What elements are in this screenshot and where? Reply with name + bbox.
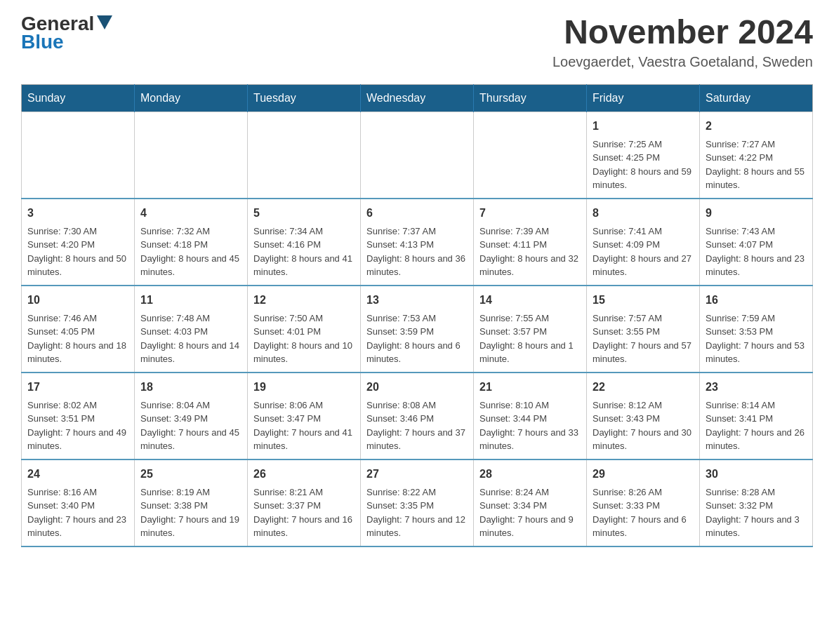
calendar-cell <box>248 112 361 199</box>
calendar-cell: 1Sunrise: 7:25 AMSunset: 4:25 PMDaylight… <box>587 112 700 199</box>
calendar-cell: 22Sunrise: 8:12 AMSunset: 3:43 PMDayligh… <box>587 373 700 459</box>
day-info: Sunrise: 8:14 AMSunset: 3:41 PMDaylight:… <box>706 398 807 453</box>
day-info: Sunrise: 7:55 AMSunset: 3:57 PMDaylight:… <box>479 311 581 366</box>
day-number: 17 <box>27 379 128 396</box>
day-info: Sunrise: 7:57 AMSunset: 3:55 PMDaylight:… <box>593 311 694 366</box>
weekday-header-saturday: Saturday <box>700 84 813 112</box>
day-info: Sunrise: 7:34 AMSunset: 4:16 PMDaylight:… <box>253 224 355 279</box>
logo-blue-text: Blue <box>21 31 64 53</box>
calendar-cell: 6Sunrise: 7:37 AMSunset: 4:13 PMDaylight… <box>361 199 474 286</box>
day-info: Sunrise: 8:08 AMSunset: 3:46 PMDaylight:… <box>366 398 468 453</box>
day-number: 6 <box>366 205 468 222</box>
day-info: Sunrise: 8:26 AMSunset: 3:33 PMDaylight:… <box>593 485 694 540</box>
calendar-cell <box>474 112 587 199</box>
title-section: November 2024 Loevgaerdet, Vaestra Goeta… <box>552 14 813 70</box>
day-number: 3 <box>27 205 128 222</box>
day-info: Sunrise: 7:43 AMSunset: 4:07 PMDaylight:… <box>706 224 807 279</box>
weekday-header-sunday: Sunday <box>22 84 135 112</box>
week-row-4: 17Sunrise: 8:02 AMSunset: 3:51 PMDayligh… <box>22 373 813 459</box>
day-number: 1 <box>593 118 694 135</box>
week-row-2: 3Sunrise: 7:30 AMSunset: 4:20 PMDaylight… <box>22 199 813 286</box>
day-info: Sunrise: 7:50 AMSunset: 4:01 PMDaylight:… <box>253 311 355 366</box>
day-info: Sunrise: 7:37 AMSunset: 4:13 PMDaylight:… <box>366 224 468 279</box>
calendar-cell: 7Sunrise: 7:39 AMSunset: 4:11 PMDaylight… <box>474 199 587 286</box>
day-info: Sunrise: 8:21 AMSunset: 3:37 PMDaylight:… <box>253 485 355 540</box>
day-info: Sunrise: 8:12 AMSunset: 3:43 PMDaylight:… <box>593 398 694 453</box>
day-number: 28 <box>479 466 581 483</box>
calendar-table: SundayMondayTuesdayWednesdayThursdayFrid… <box>21 84 813 547</box>
day-info: Sunrise: 7:27 AMSunset: 4:22 PMDaylight:… <box>706 137 807 192</box>
day-number: 18 <box>140 379 241 396</box>
weekday-header-row: SundayMondayTuesdayWednesdayThursdayFrid… <box>22 84 813 112</box>
calendar-cell <box>22 112 135 199</box>
day-number: 8 <box>593 205 694 222</box>
day-info: Sunrise: 7:25 AMSunset: 4:25 PMDaylight:… <box>593 137 694 192</box>
day-number: 20 <box>366 379 468 396</box>
calendar-cell: 8Sunrise: 7:41 AMSunset: 4:09 PMDaylight… <box>587 199 700 286</box>
calendar-cell: 30Sunrise: 8:28 AMSunset: 3:32 PMDayligh… <box>700 459 813 546</box>
weekday-header-thursday: Thursday <box>474 84 587 112</box>
day-number: 14 <box>479 292 581 309</box>
calendar-cell: 3Sunrise: 7:30 AMSunset: 4:20 PMDaylight… <box>22 199 135 286</box>
day-number: 4 <box>140 205 241 222</box>
day-info: Sunrise: 7:41 AMSunset: 4:09 PMDaylight:… <box>593 224 694 279</box>
calendar-cell: 21Sunrise: 8:10 AMSunset: 3:44 PMDayligh… <box>474 373 587 459</box>
calendar-cell <box>361 112 474 199</box>
day-number: 9 <box>706 205 807 222</box>
calendar-cell: 23Sunrise: 8:14 AMSunset: 3:41 PMDayligh… <box>700 373 813 459</box>
day-number: 24 <box>27 466 128 483</box>
calendar-cell: 27Sunrise: 8:22 AMSunset: 3:35 PMDayligh… <box>361 459 474 546</box>
calendar-cell: 29Sunrise: 8:26 AMSunset: 3:33 PMDayligh… <box>587 459 700 546</box>
svg-marker-0 <box>97 15 112 29</box>
day-info: Sunrise: 8:22 AMSunset: 3:35 PMDaylight:… <box>366 485 468 540</box>
calendar-cell: 18Sunrise: 8:04 AMSunset: 3:49 PMDayligh… <box>135 373 248 459</box>
day-info: Sunrise: 7:59 AMSunset: 3:53 PMDaylight:… <box>706 311 807 366</box>
logo: General Blue <box>21 14 112 53</box>
day-number: 16 <box>706 292 807 309</box>
day-number: 10 <box>27 292 128 309</box>
day-number: 11 <box>140 292 241 309</box>
day-info: Sunrise: 8:06 AMSunset: 3:47 PMDaylight:… <box>253 398 355 453</box>
calendar-cell: 4Sunrise: 7:32 AMSunset: 4:18 PMDaylight… <box>135 199 248 286</box>
day-number: 23 <box>706 379 807 396</box>
weekday-header-monday: Monday <box>135 84 248 112</box>
calendar-cell: 16Sunrise: 7:59 AMSunset: 3:53 PMDayligh… <box>700 286 813 373</box>
week-row-5: 24Sunrise: 8:16 AMSunset: 3:40 PMDayligh… <box>22 459 813 546</box>
logo-triangle-icon <box>97 15 112 32</box>
day-number: 13 <box>366 292 468 309</box>
calendar-cell: 5Sunrise: 7:34 AMSunset: 4:16 PMDaylight… <box>248 199 361 286</box>
calendar-cell: 12Sunrise: 7:50 AMSunset: 4:01 PMDayligh… <box>248 286 361 373</box>
calendar-cell: 13Sunrise: 7:53 AMSunset: 3:59 PMDayligh… <box>361 286 474 373</box>
calendar-cell: 28Sunrise: 8:24 AMSunset: 3:34 PMDayligh… <box>474 459 587 546</box>
weekday-header-friday: Friday <box>587 84 700 112</box>
day-info: Sunrise: 8:19 AMSunset: 3:38 PMDaylight:… <box>140 485 241 540</box>
day-info: Sunrise: 8:24 AMSunset: 3:34 PMDaylight:… <box>479 485 581 540</box>
location-subtitle: Loevgaerdet, Vaestra Goetaland, Sweden <box>552 54 813 70</box>
day-number: 25 <box>140 466 241 483</box>
day-number: 30 <box>706 466 807 483</box>
calendar-cell: 25Sunrise: 8:19 AMSunset: 3:38 PMDayligh… <box>135 459 248 546</box>
calendar-cell: 24Sunrise: 8:16 AMSunset: 3:40 PMDayligh… <box>22 459 135 546</box>
day-number: 29 <box>593 466 694 483</box>
weekday-header-tuesday: Tuesday <box>248 84 361 112</box>
day-info: Sunrise: 7:30 AMSunset: 4:20 PMDaylight:… <box>27 224 128 279</box>
page-header: General Blue November 2024 Loevgaerdet, … <box>21 14 813 70</box>
day-info: Sunrise: 7:39 AMSunset: 4:11 PMDaylight:… <box>479 224 581 279</box>
calendar-cell: 19Sunrise: 8:06 AMSunset: 3:47 PMDayligh… <box>248 373 361 459</box>
day-number: 15 <box>593 292 694 309</box>
calendar-cell: 17Sunrise: 8:02 AMSunset: 3:51 PMDayligh… <box>22 373 135 459</box>
calendar-cell: 2Sunrise: 7:27 AMSunset: 4:22 PMDaylight… <box>700 112 813 199</box>
calendar-cell: 9Sunrise: 7:43 AMSunset: 4:07 PMDaylight… <box>700 199 813 286</box>
day-info: Sunrise: 7:46 AMSunset: 4:05 PMDaylight:… <box>27 311 128 366</box>
day-number: 27 <box>366 466 468 483</box>
day-number: 26 <box>253 466 355 483</box>
calendar-cell: 26Sunrise: 8:21 AMSunset: 3:37 PMDayligh… <box>248 459 361 546</box>
week-row-3: 10Sunrise: 7:46 AMSunset: 4:05 PMDayligh… <box>22 286 813 373</box>
calendar-cell <box>135 112 248 199</box>
day-number: 19 <box>253 379 355 396</box>
day-number: 2 <box>706 118 807 135</box>
day-number: 7 <box>479 205 581 222</box>
day-info: Sunrise: 7:32 AMSunset: 4:18 PMDaylight:… <box>140 224 241 279</box>
month-year-title: November 2024 <box>552 14 813 51</box>
weekday-header-wednesday: Wednesday <box>361 84 474 112</box>
